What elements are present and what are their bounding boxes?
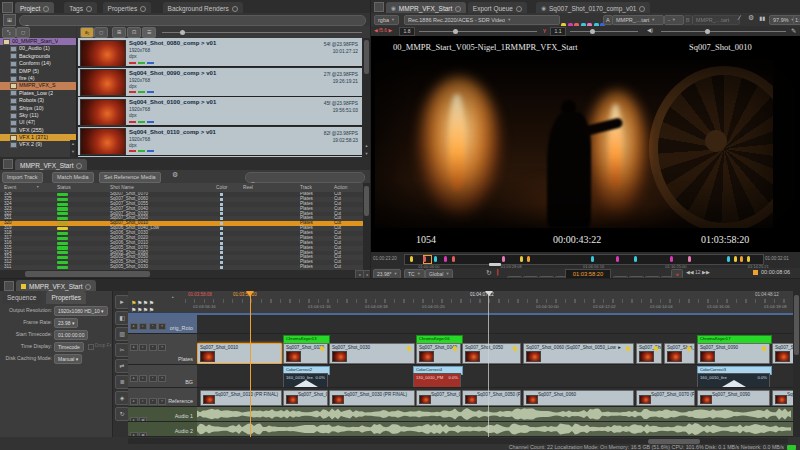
strip-marker-icon[interactable] xyxy=(670,256,673,262)
bin-item[interactable]: Ships (10) xyxy=(0,105,76,112)
timeline-tool-icon[interactable]: ◧ xyxy=(115,311,129,325)
track-control-icon[interactable]: ≡ xyxy=(158,398,166,405)
track-content-orig_roto[interactable] xyxy=(197,313,793,334)
volume-slider[interactable] xyxy=(661,31,786,32)
track-control-icon[interactable]: ◐ xyxy=(139,398,147,405)
bin-item[interactable]: UI (47) xyxy=(0,119,76,126)
timeline-clip-plates[interactable]: Sq007_Shot_0050 xyxy=(462,343,521,364)
import-track-button[interactable]: Import Track xyxy=(2,172,43,183)
strip-marker-icon[interactable] xyxy=(740,256,743,262)
strip-scroll-handle[interactable] xyxy=(489,263,501,266)
track-content-bg[interactable]: ColorCorrect2160_0010_fire0.0%ColorCorre… xyxy=(197,365,793,388)
strip-marker-icon[interactable] xyxy=(410,256,413,262)
panel-icon[interactable] xyxy=(4,281,14,291)
timeline-clip-bg[interactable]: 160_0010_fire0.0% xyxy=(283,373,328,388)
wipe-tool-icon[interactable]: ∕ xyxy=(739,14,740,21)
track-content-plates[interactable]: Sq007_Shot_0010ChromaKeyer13Sq007_Shot_0… xyxy=(197,334,793,365)
ab-blend-select[interactable]: -▼ xyxy=(664,15,684,26)
track-control-icon[interactable]: ≡ xyxy=(158,375,166,382)
timeline-clip-reference[interactable]: Sq007_Shot_0060 xyxy=(523,390,634,406)
bin-item[interactable]: DMP (5) xyxy=(0,68,76,75)
track-control-icon[interactable]: ▪ xyxy=(149,398,157,405)
timeline-tool-icon[interactable]: ⇄ xyxy=(115,359,129,373)
clip-list-item[interactable]: Sq004_Shot_0110_comp > v011920x768dpx82f… xyxy=(78,127,362,156)
timeline-clip-reference[interactable]: Sq007_Shot_0070 (PR FINAL) xyxy=(636,390,695,406)
list-view-icon[interactable]: ☰ xyxy=(142,27,156,38)
timeline-clip-reference[interactable]: Sq007_Sh xyxy=(772,390,793,406)
timeline-clip-plates[interactable]: Sq007_Shot_0080 xyxy=(664,343,695,364)
timeline-clip-bg[interactable]: 130_0010_PM0.0% xyxy=(413,373,461,388)
strip-marker-icon[interactable] xyxy=(434,256,437,262)
colorspace-select[interactable]: Rec.1886 Rec.2020/ACES - SDR Video▼ xyxy=(404,15,560,26)
grid-view-icon[interactable]: ⊞ xyxy=(3,14,16,26)
spreadsheet-vscrollbar[interactable] xyxy=(363,183,370,270)
timeline-clip-plates[interactable]: Sq007_Sh xyxy=(772,343,793,364)
close-icon[interactable] xyxy=(232,6,238,12)
panel-menu-icon[interactable] xyxy=(2,2,13,13)
column-header-color[interactable]: Color xyxy=(216,185,227,190)
track-header-orig_roto[interactable]: ●◐▪≡orig_Roto xyxy=(128,313,197,334)
gain-slider[interactable] xyxy=(419,31,537,32)
track-header-bg[interactable]: ●◐▪≡BG xyxy=(128,365,197,388)
strip-marker-icon[interactable] xyxy=(527,256,530,262)
timeline-clip-plates[interactable]: Sq007_Shot_0040 xyxy=(416,343,461,364)
timeline-clip-reference[interactable]: Sq007_Shot_0010 (PR FINAL) xyxy=(200,390,282,406)
spreadsheet-search-input[interactable] xyxy=(245,172,365,183)
sort-button[interactable]: ▢ xyxy=(94,27,108,38)
input-a-select[interactable]: MMPR_…tart▼ xyxy=(612,15,664,26)
track-control-icon[interactable]: ▪ xyxy=(149,375,157,382)
timeline-clip-plates[interactable]: Sq007_Shot_0020 xyxy=(283,343,328,364)
tab-sequence[interactable]: Sequence xyxy=(2,291,41,304)
close-icon[interactable] xyxy=(86,6,92,12)
timeline-clip-reference[interactable]: Sq007_Shot_0090 xyxy=(697,390,770,406)
gear-icon[interactable]: ⚙ xyxy=(748,14,754,22)
strip-marker-icon[interactable] xyxy=(423,256,426,262)
timeline-clip-plates[interactable]: Sq007_Shot_0010 xyxy=(197,343,282,364)
timeline-tool-icon[interactable]: ✂ xyxy=(115,343,129,357)
column-header-reel[interactable]: Reel xyxy=(243,185,253,190)
bin-item[interactable]: Conform (14) xyxy=(0,60,76,67)
gamma-input[interactable]: 1.1 xyxy=(550,27,566,36)
track-control-icon[interactable]: ◐ xyxy=(139,375,147,382)
track-control-icon[interactable]: ≡ xyxy=(158,323,166,330)
strip-marker-icon[interactable] xyxy=(734,256,737,262)
strip-marker-icon[interactable] xyxy=(520,256,523,262)
small-thumbs-icon[interactable]: ⊡ xyxy=(127,27,141,38)
timeline-clip-plates[interactable]: Sq007_Shot_0090 xyxy=(697,343,770,364)
tab-properties[interactable]: Properties xyxy=(46,291,86,304)
poster-frame-button[interactable]: a₂ xyxy=(80,27,94,38)
bin-item[interactable]: MMPR_VFX_S xyxy=(0,82,76,89)
bin-item[interactable]: VFX 1 (371) xyxy=(0,134,76,141)
volume-icon[interactable]: ◀) xyxy=(647,27,653,33)
close-icon[interactable] xyxy=(85,284,91,290)
timeline-tool-icon[interactable]: ↻ xyxy=(115,407,129,421)
pause-icon[interactable]: ▮▮ xyxy=(759,15,765,21)
bin-item[interactable]: Robots (3) xyxy=(0,97,76,104)
track-content-reference[interactable]: Sq007_Shot_0010 (PR FINAL)Sq007_Shot_002… xyxy=(197,388,793,407)
current-timecode-display[interactable]: 01:03:58:20 xyxy=(565,269,611,279)
bin-item[interactable]: Sky (11) xyxy=(0,112,76,119)
property-value-select[interactable]: 1920x1080 HD_10 ▾ xyxy=(54,306,108,316)
close-icon[interactable] xyxy=(639,6,645,12)
property-value-select[interactable]: Timecode xyxy=(54,342,84,352)
strip-marker-icon[interactable] xyxy=(688,256,691,262)
gain-input[interactable]: 1.8 xyxy=(399,27,415,36)
strip-marker-icon[interactable] xyxy=(727,256,730,262)
clip-list-scrollbar[interactable]: ▲ ▼ xyxy=(363,38,370,157)
timeline-vscrollbar[interactable] xyxy=(793,291,800,437)
strip-marker-icon[interactable] xyxy=(502,256,505,262)
property-value-select[interactable]: 01:00:00:00 xyxy=(54,330,88,340)
timeline-clip-plates[interactable]: Sq007_Shot_0070 xyxy=(636,343,662,364)
pixel-ratio-select[interactable]: 1:1 xyxy=(793,15,800,26)
project-search-input[interactable] xyxy=(19,15,366,26)
track-header-audio-2[interactable]: ●◀)Audio 2 xyxy=(128,422,197,437)
viewer-image-area[interactable]: 00_MMPR_Start_V005-Nigel_1RMMPR_VFX_Star… xyxy=(371,36,800,252)
spreadsheet-hscrollbar[interactable] xyxy=(0,270,355,278)
gear-icon[interactable]: ⚙ xyxy=(172,171,178,179)
in-out-toggle-icon[interactable]: ▎ xyxy=(497,269,501,275)
track-control-icon[interactable]: ▪ xyxy=(149,344,157,351)
bin-item[interactable]: Backgrounds xyxy=(0,53,76,60)
match-media-button[interactable]: Match Media xyxy=(52,172,94,183)
column-header-track[interactable]: Track xyxy=(300,185,312,190)
track-control-icon[interactable]: ≡ xyxy=(158,344,166,351)
